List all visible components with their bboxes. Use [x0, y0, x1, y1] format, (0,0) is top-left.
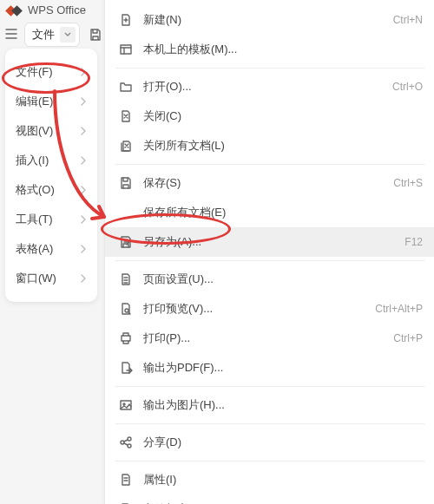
menu-item-label: 本机上的模板(M)...: [143, 42, 423, 57]
menu-separator: [115, 164, 424, 165]
wps-logo-icon: [7, 4, 23, 16]
app-title: WPS Office: [28, 3, 86, 16]
blank-icon: [117, 204, 135, 221]
menu-item-label: 属性(I): [143, 472, 423, 488]
left-menu-item[interactable]: 视图(V): [5, 116, 97, 146]
menu-item[interactable]: 输出为图片(H)...: [105, 390, 434, 420]
pdf-icon: [117, 359, 135, 376]
left-menu-item[interactable]: 插入(I): [5, 146, 97, 175]
hamburger-icon[interactable]: [5, 28, 17, 42]
new-icon: [117, 11, 135, 29]
props-icon: [117, 471, 135, 488]
app-titlebar: WPS Office: [7, 3, 86, 16]
menu-item-label: 页面设置(U)...: [143, 272, 423, 287]
svg-point-2: [128, 437, 131, 441]
menu-separator: [115, 68, 424, 69]
chevron-right-icon: [80, 97, 87, 106]
menu-item-shortcut: Ctrl+O: [392, 81, 423, 93]
menu-item[interactable]: 本机上的模板(M)...: [105, 35, 434, 64]
left-menu-item-label: 文件(F): [16, 64, 53, 80]
menu-item-label: 保存(S): [143, 175, 393, 191]
chevron-right-icon: [80, 156, 87, 165]
menu-item[interactable]: 保存所有文档(E): [105, 198, 434, 227]
menu-item[interactable]: 输出为PDF(F)...: [105, 353, 434, 383]
menu-separator: [115, 386, 424, 387]
left-menu-item-label: 窗口(W): [16, 271, 56, 286]
svg-point-1: [123, 403, 125, 405]
menu-item-label: 打印(P)...: [143, 331, 393, 346]
left-menu-item-label: 格式(O): [16, 182, 55, 198]
chevron-right-icon: [80, 68, 87, 76]
menu-item[interactable]: 分享(D): [105, 428, 434, 457]
template-icon: [117, 41, 135, 58]
menu-item[interactable]: 页面设置(U)...: [105, 265, 434, 294]
preview-icon: [117, 300, 135, 317]
left-menu-item-label: 编辑(E): [16, 94, 53, 109]
menu-item-label: 打印预览(V)...: [143, 301, 375, 317]
tab-bar: 文件: [5, 23, 102, 47]
print-icon: [117, 330, 135, 347]
menu-item-shortcut: Ctrl+S: [393, 177, 423, 189]
svg-point-3: [121, 441, 124, 444]
menu-item[interactable]: 打印(P)...Ctrl+P: [105, 324, 434, 353]
left-menu-item-label: 表格(A): [16, 241, 53, 257]
close-icon: [117, 108, 135, 125]
tab-file[interactable]: 文件: [24, 23, 80, 47]
menu-item-label: 输出为图片(H)...: [143, 397, 423, 413]
file-submenu: 文件(F)编辑(E)视图(V)插入(I)格式(O)工具(T)表格(A)窗口(W): [5, 49, 97, 302]
chevron-right-icon: [80, 274, 87, 283]
chevron-right-icon: [80, 245, 87, 253]
share-icon: [117, 434, 135, 451]
left-menu-item[interactable]: 文件(F): [5, 57, 97, 87]
menu-item-shortcut: F12: [404, 236, 423, 248]
menu-item-label: 分享(D): [143, 435, 423, 450]
save-icon: [117, 174, 135, 192]
file-menu-dropdown: 新建(N)Ctrl+N本机上的模板(M)...打开(O)...Ctrl+O关闭(…: [104, 0, 434, 504]
left-menu-item[interactable]: 窗口(W): [5, 264, 97, 293]
menu-item[interactable]: 新建(N)Ctrl+N: [105, 5, 434, 35]
menu-item-label: 打开(O)...: [143, 79, 392, 95]
image-icon: [117, 396, 135, 414]
save-icon[interactable]: [89, 28, 102, 42]
menu-item[interactable]: 关闭(C): [105, 101, 434, 131]
svg-point-0: [125, 309, 128, 312]
left-menu-item-label: 视图(V): [16, 123, 53, 139]
left-menu-item[interactable]: 格式(O): [5, 175, 97, 205]
menu-item-shortcut: Ctrl+Alt+P: [375, 303, 423, 315]
tab-file-label: 文件: [32, 27, 55, 43]
svg-point-4: [128, 444, 131, 448]
chevron-right-icon: [80, 186, 87, 194]
page-icon: [117, 271, 135, 288]
menu-separator: [115, 461, 424, 461]
left-menu-item[interactable]: 表格(A): [5, 234, 97, 264]
open-icon: [117, 78, 135, 95]
menu-separator: [115, 260, 424, 261]
menu-item-label: 新建(N): [143, 12, 393, 28]
menu-separator: [115, 423, 424, 424]
chevron-right-icon: [80, 215, 87, 224]
menu-item[interactable]: 关闭所有文档(L): [105, 131, 434, 160]
menu-item[interactable]: 保存(S)Ctrl+S: [105, 168, 434, 198]
menu-item-shortcut: Ctrl+N: [393, 14, 423, 26]
menu-item-label: 另存为(A)...: [143, 234, 404, 250]
menu-item[interactable]: 打开(O)...Ctrl+O: [105, 72, 434, 101]
closeall-icon: [117, 137, 135, 154]
lock-icon: [117, 501, 135, 504]
menu-item-label: 关闭(C): [143, 108, 423, 124]
left-menu-item[interactable]: 工具(T): [5, 205, 97, 234]
left-menu-item-label: 工具(T): [16, 212, 53, 227]
menu-item-shortcut: Ctrl+P: [393, 332, 423, 344]
chevron-right-icon: [80, 127, 87, 135]
menu-item[interactable]: 属性(I): [105, 465, 434, 494]
menu-item[interactable]: 打印预览(V)...Ctrl+Alt+P: [105, 294, 434, 324]
menu-item-label: 保存所有文档(E): [143, 205, 423, 220]
menu-item-label: 关闭所有文档(L): [143, 138, 423, 154]
menu-item[interactable]: 文件加密(V)...: [105, 494, 434, 504]
menu-item[interactable]: 另存为(A)...F12: [105, 227, 434, 257]
menu-item-label: 输出为PDF(F)...: [143, 360, 423, 376]
left-menu-item[interactable]: 编辑(E): [5, 87, 97, 116]
saveas-icon: [117, 233, 135, 251]
left-menu-item-label: 插入(I): [16, 153, 49, 168]
chevron-down-icon: [60, 27, 76, 43]
